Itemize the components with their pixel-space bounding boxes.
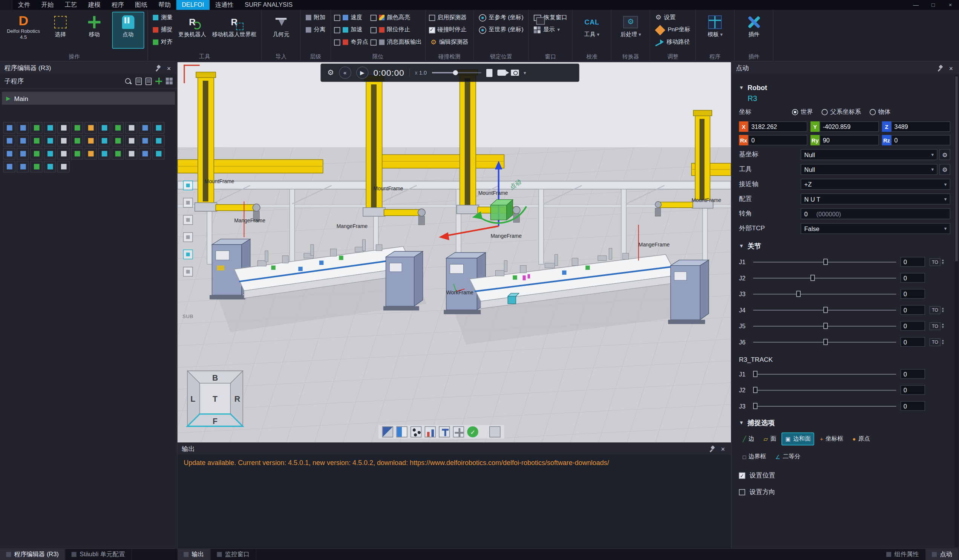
measure-button[interactable]: 测量 bbox=[151, 12, 175, 23]
statement-tool-icon[interactable] bbox=[71, 122, 83, 134]
statement-tool-icon[interactable] bbox=[44, 135, 56, 146]
approach-axis-dropdown[interactable]: +Z▾ bbox=[801, 179, 950, 189]
settings-button[interactable]: ⚙设置 bbox=[654, 12, 693, 23]
statement-tool-icon[interactable] bbox=[57, 148, 70, 159]
routine-view-icon[interactable] bbox=[166, 78, 173, 84]
close-icon[interactable]: × bbox=[719, 445, 727, 453]
jog-button[interactable]: 点动 bbox=[112, 12, 144, 49]
tool-dropdown[interactable]: Null▾ bbox=[801, 164, 938, 175]
speed-checkbox[interactable]: 速度 bbox=[334, 12, 368, 23]
move-robot-world-frame-button[interactable]: R 移动机器人世界框 bbox=[210, 12, 259, 49]
external-tcp-dropdown[interactable]: False▾ bbox=[801, 223, 950, 234]
3d-viewport[interactable]: ⚙ « ▶ 0:00:00 x 1.0 ▾ SUB bbox=[178, 62, 731, 442]
menu-surf-analysis[interactable]: SURF ANALYSIS bbox=[239, 0, 298, 10]
snap-edge-button[interactable]: ╱边 bbox=[739, 433, 758, 445]
j1-slider-handle[interactable] bbox=[823, 259, 827, 265]
snap-options-header[interactable]: ▼ 捕捉选项 bbox=[739, 418, 950, 428]
statement-tool-icon[interactable] bbox=[3, 148, 16, 159]
align-button[interactable]: 对齐 bbox=[151, 36, 175, 48]
close-icon[interactable]: × bbox=[165, 64, 173, 72]
statement-tool-icon[interactable] bbox=[44, 122, 56, 134]
statement-tool-icon[interactable] bbox=[84, 148, 97, 159]
track-j2-value-field[interactable]: 0 bbox=[900, 385, 925, 395]
menu-file[interactable]: 文件 bbox=[13, 0, 36, 10]
menu-start[interactable]: 开始 bbox=[36, 0, 59, 10]
j4-value-field[interactable]: 0 bbox=[900, 305, 925, 315]
statement-tool-icon[interactable] bbox=[71, 148, 83, 159]
pos-rz-field[interactable]: 0 bbox=[891, 135, 950, 145]
j1-value-field[interactable]: 0 bbox=[900, 257, 925, 267]
snap-edge-face-button[interactable]: ▣边和面 bbox=[782, 433, 815, 445]
j5-slider[interactable] bbox=[753, 323, 896, 329]
statement-tool-icon[interactable] bbox=[3, 122, 16, 134]
j4-slider-handle[interactable] bbox=[823, 307, 827, 313]
statement-tool-icon[interactable] bbox=[84, 135, 97, 146]
edit-detector-button[interactable]: ⚙编辑探测器 bbox=[429, 36, 470, 48]
statement-tool-icon[interactable] bbox=[125, 135, 138, 146]
tab-component-properties[interactable]: 组件属性 bbox=[880, 549, 926, 560]
singularity-checkbox[interactable]: 奇异点 bbox=[334, 36, 368, 48]
statement-tool-icon[interactable] bbox=[139, 148, 151, 159]
track-j2-handle[interactable] bbox=[753, 387, 757, 393]
lock-to-world-button[interactable]: 至世界 (坐标) bbox=[477, 24, 525, 36]
statement-tool-icon[interactable] bbox=[139, 135, 151, 146]
coord-object-radio[interactable]: 物体 bbox=[870, 108, 891, 116]
split-view-icon[interactable] bbox=[396, 426, 407, 437]
coord-world-radio[interactable]: 世界 bbox=[792, 108, 813, 116]
snap-bisect-button[interactable]: ∠二等分 bbox=[772, 450, 804, 463]
move-path-button[interactable]: 移动路径 bbox=[654, 36, 693, 48]
statement-tool-icon[interactable] bbox=[44, 161, 56, 173]
routine-main-item[interactable]: ▶ Main bbox=[2, 92, 175, 105]
duplicate-routine-icon[interactable] bbox=[145, 77, 151, 85]
statement-tool-icon[interactable] bbox=[30, 161, 43, 173]
j5-value-field[interactable]: 0 bbox=[900, 321, 925, 331]
j5-spinner[interactable]: ▴▾ bbox=[942, 323, 944, 329]
joints-section-header[interactable]: ▼ 关节 bbox=[739, 242, 950, 251]
j5-slider-handle[interactable] bbox=[823, 323, 827, 329]
move-button[interactable]: 移动 bbox=[78, 12, 110, 49]
robot-name[interactable]: R3 bbox=[747, 94, 950, 103]
screenshot-icon[interactable] bbox=[511, 70, 519, 76]
extra-tool-icon[interactable] bbox=[489, 426, 500, 437]
annotation-icon[interactable] bbox=[439, 426, 450, 437]
play-button[interactable]: ▶ bbox=[356, 67, 369, 79]
track-j1-handle[interactable] bbox=[753, 371, 757, 377]
pos-z-field[interactable]: 3489 bbox=[891, 121, 950, 132]
menu-connectivity[interactable]: 连通性 bbox=[210, 0, 239, 10]
statement-tool-icon[interactable] bbox=[152, 122, 165, 134]
statement-tool-icon[interactable] bbox=[98, 122, 110, 134]
close-icon[interactable]: × bbox=[947, 64, 955, 72]
select-mode-icon[interactable] bbox=[382, 426, 393, 437]
snap-frame-button[interactable]: +坐标框 bbox=[816, 433, 847, 445]
swap-robot-button[interactable]: R 更换机器人 bbox=[177, 12, 209, 49]
statement-tool-icon[interactable] bbox=[152, 148, 165, 159]
j4-to-toggle[interactable]: TO bbox=[930, 306, 941, 314]
nodes-icon[interactable] bbox=[411, 426, 421, 437]
pos-x-field[interactable]: 3182.262 bbox=[748, 121, 808, 132]
playbar-more-caret[interactable]: ▾ bbox=[524, 70, 526, 76]
base-frame-gear[interactable]: ⚙ bbox=[939, 149, 950, 160]
scrollbar-thumb[interactable] bbox=[955, 76, 958, 261]
statement-tool-icon[interactable] bbox=[98, 135, 110, 146]
pin-icon[interactable] bbox=[937, 65, 943, 72]
track-j1-value-field[interactable]: 0 bbox=[900, 369, 925, 379]
track-j3-value-field[interactable]: 0 bbox=[900, 401, 925, 411]
statement-tool-icon[interactable] bbox=[17, 135, 29, 146]
search-icon[interactable] bbox=[124, 77, 132, 85]
display-button[interactable]: 显示▾ bbox=[532, 24, 569, 36]
rewind-button[interactable]: « bbox=[339, 67, 351, 79]
menu-drawing[interactable]: 图纸 bbox=[129, 0, 153, 10]
app-icon[interactable] bbox=[0, 0, 13, 10]
add-routine-icon[interactable] bbox=[155, 78, 162, 84]
tab-monitor-window[interactable]: 监控窗口 bbox=[211, 549, 256, 560]
tab-staubli-config[interactable]: Stäubli 单元配置 bbox=[65, 549, 132, 560]
tab-output[interactable]: 输出 bbox=[178, 549, 211, 560]
update-message[interactable]: Update available. Current version: 4.5.0… bbox=[183, 459, 609, 466]
close-window-button[interactable]: × bbox=[941, 0, 959, 10]
track-j1-slider[interactable] bbox=[753, 371, 896, 377]
tool-gear[interactable]: ⚙ bbox=[939, 164, 950, 175]
menu-delfoi[interactable]: DELFOI bbox=[177, 0, 210, 10]
j6-spinner[interactable]: ▴▾ bbox=[942, 339, 944, 345]
set-position-checkbox[interactable]: ✓ 设置位置 bbox=[739, 471, 950, 480]
section-view-icon[interactable] bbox=[183, 232, 193, 242]
